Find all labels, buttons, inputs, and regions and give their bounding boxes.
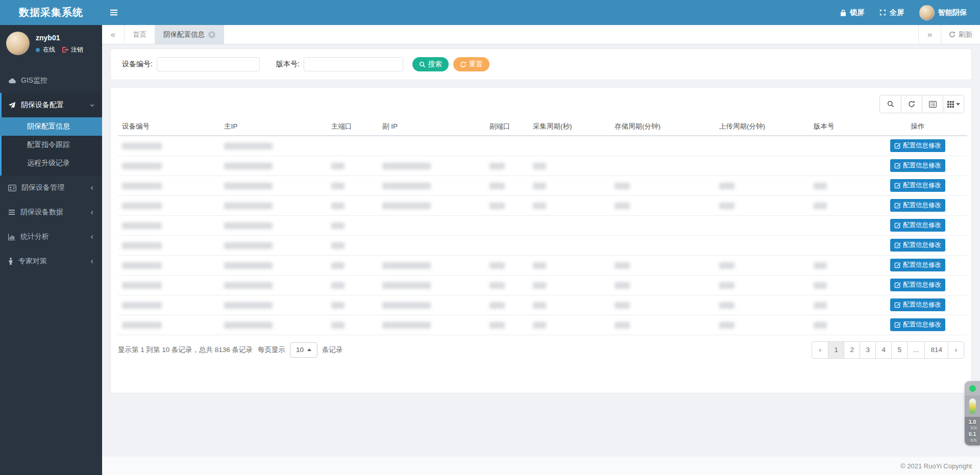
chart-icon — [8, 234, 15, 240]
table-cell — [485, 136, 529, 156]
sidebar-item[interactable]: 阴保设备管理 — [2, 176, 102, 200]
masked-cell-data — [122, 163, 162, 169]
masked-cell-data — [382, 302, 431, 309]
edit-config-button[interactable]: 配置信息修改 — [890, 279, 945, 291]
grid-button[interactable] — [943, 95, 964, 113]
logout-button[interactable]: 注销 — [62, 45, 83, 54]
edit-icon — [894, 262, 901, 268]
sidebar-item[interactable]: 阴保设备数据 — [2, 200, 102, 224]
page-button[interactable]: 1 — [828, 342, 844, 358]
idcard-icon — [8, 185, 16, 191]
sidebar-menu-group: 阴保设备数据 — [0, 200, 102, 224]
copyright-text: © 2021 RuoYi Copyright — [900, 462, 972, 470]
table-cell — [327, 275, 378, 295]
fullscreen-button[interactable]: 全屏 — [879, 8, 904, 17]
column-header: 副 IP — [378, 118, 485, 136]
edit-config-button[interactable]: 配置信息修改 — [890, 139, 945, 152]
page-next-button[interactable]: › — [948, 342, 964, 358]
page-ellipsis[interactable]: ... — [907, 342, 924, 358]
search-icon — [887, 101, 894, 108]
device-number-input[interactable] — [157, 57, 260, 71]
logout-icon — [62, 47, 69, 53]
page-size-select[interactable]: 10 — [290, 342, 317, 358]
sidebar-item[interactable]: 统计分析 — [2, 224, 102, 249]
table-cell — [529, 295, 610, 315]
table-cell — [220, 295, 327, 315]
table-cell — [378, 255, 485, 275]
table-cell-action: 配置信息修改 — [868, 315, 967, 335]
table-cell — [485, 295, 529, 315]
send-icon — [8, 102, 16, 109]
version-input[interactable] — [304, 57, 403, 71]
tab-home[interactable]: 首页 — [125, 25, 155, 44]
edit-config-button[interactable]: 配置信息修改 — [890, 239, 945, 252]
sidebar-subitem[interactable]: 阴保配置信息 — [0, 117, 102, 136]
sidebar-menu: GIS监控阴保设备配置阴保配置信息配置指令跟踪远程升级记录阴保设备管理阴保设备数… — [0, 68, 102, 273]
table-cell — [529, 315, 610, 335]
sidebar-item[interactable]: 阴保设备配置 — [2, 93, 102, 117]
lock-screen-button[interactable]: 锁屏 — [840, 8, 864, 17]
sidebar-toggle-button[interactable] — [102, 0, 126, 25]
column-header: 采集周期(秒) — [529, 118, 610, 136]
sidebar-subitem[interactable]: 远程升级记录 — [2, 154, 102, 172]
tab-close-icon[interactable]: ✕ — [208, 31, 215, 38]
page-button[interactable]: 3 — [860, 342, 875, 358]
user-menu[interactable]: 智能阴保 — [919, 5, 967, 20]
sidebar-subitem[interactable]: 配置指令跟踪 — [2, 136, 102, 154]
masked-cell-data — [814, 203, 827, 209]
masked-cell-data — [489, 163, 505, 169]
tab-current[interactable]: 阴保配置信息 ✕ — [155, 25, 224, 44]
tabs-scroll-left-button[interactable]: « — [102, 25, 125, 44]
pagination-info: 显示第 1 到第 10 条记录，总共 8136 条记录 — [118, 345, 253, 355]
sidebar-item-label: 阴保设备管理 — [21, 183, 84, 192]
table-cell — [220, 136, 327, 156]
masked-cell-data — [533, 322, 546, 329]
edit-config-label: 配置信息修改 — [903, 201, 941, 210]
network-speed-widget[interactable]: 1.0 ↑K/s 0.1 ↓K/s — [965, 381, 980, 445]
edit-icon — [894, 182, 901, 189]
version-label: 版本号: — [276, 60, 300, 69]
sidebar-item[interactable]: GIS监控 — [2, 68, 102, 93]
download-speed-unit: K/s — [970, 438, 976, 443]
tabs-scroll-right-button[interactable]: » — [918, 25, 941, 44]
table-header-row: 设备编号主IP主端口副 IP副端口采集周期(秒)存储周期(分钟)上传周期(分钟)… — [118, 118, 967, 136]
page-button[interactable]: 2 — [844, 342, 860, 358]
table-cell — [327, 255, 378, 275]
edit-config-button[interactable]: 配置信息修改 — [890, 159, 945, 172]
reset-button[interactable]: 重置 — [453, 57, 489, 71]
table-cell — [529, 176, 610, 195]
refresh-icon — [908, 101, 915, 108]
table-cell — [220, 275, 327, 295]
sidebar-item[interactable]: 专家对策 — [2, 249, 102, 273]
edit-config-button[interactable]: 配置信息修改 — [890, 179, 945, 192]
logout-label: 注销 — [71, 45, 83, 54]
edit-config-button[interactable]: 配置信息修改 — [890, 259, 945, 271]
edit-config-button[interactable]: 配置信息修改 — [890, 318, 945, 331]
edit-config-button[interactable]: 配置信息修改 — [890, 298, 945, 311]
edit-config-button[interactable]: 配置信息修改 — [890, 219, 945, 232]
grid-icon — [947, 101, 954, 108]
fullscreen-label: 全屏 — [890, 8, 904, 17]
table-cell — [118, 176, 220, 195]
table-cell — [485, 176, 529, 195]
masked-cell-data — [224, 302, 273, 309]
page-button[interactable]: 814 — [924, 342, 948, 358]
masked-cell-data — [224, 203, 273, 209]
page-button[interactable]: 5 — [891, 342, 907, 358]
edit-config-button[interactable]: 配置信息修改 — [890, 199, 945, 212]
table-cell — [378, 195, 485, 215]
search-button[interactable]: 搜索 — [412, 57, 449, 71]
device-number-label: 设备编号: — [122, 60, 153, 69]
detail-button[interactable] — [922, 95, 943, 113]
page-prev-button[interactable]: ‹ — [812, 342, 828, 358]
refresh-button[interactable] — [901, 95, 922, 113]
tab-refresh-button[interactable]: 刷新 — [941, 25, 980, 44]
footer: © 2021 RuoYi Copyright — [102, 457, 980, 475]
chevron-left-icon — [89, 234, 95, 240]
column-header: 版本号 — [810, 118, 868, 136]
page-button[interactable]: 4 — [875, 342, 891, 358]
edit-icon — [894, 222, 901, 229]
masked-cell-data — [533, 262, 546, 269]
search-button[interactable] — [880, 95, 901, 113]
online-status-label: 在线 — [43, 45, 55, 54]
